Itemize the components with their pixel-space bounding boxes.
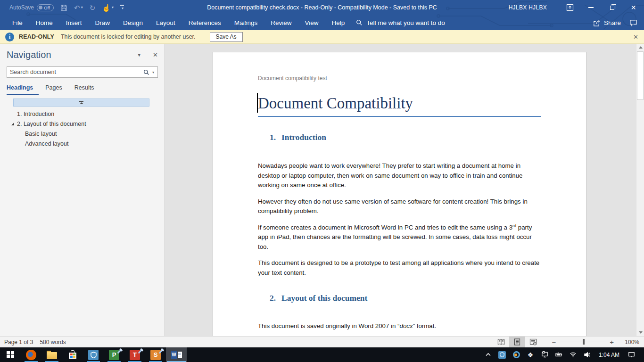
- nav-heading-introduction[interactable]: 1. Introduction: [0, 109, 165, 119]
- paragraph-4[interactable]: This document is designed to be a protot…: [258, 258, 541, 278]
- comments-button[interactable]: [629, 19, 637, 27]
- scrollbar-thumb[interactable]: [637, 51, 644, 100]
- nav-search-box[interactable]: ▾: [7, 66, 158, 78]
- tray-network[interactable]: [566, 347, 580, 362]
- word-count[interactable]: 580 words: [40, 339, 66, 346]
- user-name[interactable]: HJLBX HJLBX: [509, 4, 547, 11]
- undo-caret-icon[interactable]: ▾: [81, 6, 83, 9]
- zoom-in-button[interactable]: +: [606, 338, 618, 346]
- save-icon[interactable]: [60, 4, 67, 11]
- nav-tab-pages[interactable]: Pages: [45, 84, 67, 95]
- autosave-toggle[interactable]: AutoSave Off: [9, 4, 54, 11]
- paragraph-3[interactable]: If someone creates a document in Microso…: [258, 223, 541, 252]
- web-layout-button[interactable]: [525, 337, 541, 347]
- green-p-app-icon: P: [109, 350, 119, 360]
- word-icon: W: [171, 351, 182, 359]
- paragraph-1[interactable]: Nowadays people want to work everywhere!…: [258, 161, 541, 190]
- start-button[interactable]: [0, 347, 21, 362]
- ribbon-tab-view[interactable]: View: [298, 16, 325, 30]
- pane-options-caret-icon[interactable]: ▼: [137, 52, 141, 58]
- heading-layout[interactable]: 2.Layout of this document: [258, 293, 541, 303]
- taskbar-item-green-p-app[interactable]: P: [104, 347, 124, 362]
- touch-mouse-mode-button[interactable]: ☝▾: [102, 4, 114, 11]
- page-header-text[interactable]: Document compatibility test: [258, 75, 541, 82]
- taskbar-item-orange-s-app[interactable]: S: [145, 347, 166, 362]
- page-indicator[interactable]: Page 1 of 3: [4, 339, 33, 346]
- document-page[interactable]: Document compatibility test Document Com…: [213, 52, 586, 336]
- close-button[interactable]: ✕: [623, 0, 644, 15]
- ribbon-tab-insert[interactable]: Insert: [59, 16, 89, 30]
- tray-volume[interactable]: [580, 347, 594, 362]
- pane-close-button[interactable]: ✕: [153, 51, 158, 58]
- nav-tab-results[interactable]: Results: [74, 84, 100, 95]
- banner-close-button[interactable]: ✕: [633, 33, 638, 41]
- ribbon-tab-mailings[interactable]: Mailings: [228, 16, 264, 30]
- ribbon-tab-layout[interactable]: Layout: [149, 16, 182, 30]
- redo-button[interactable]: ↻: [90, 4, 96, 11]
- ribbon-tab-draw[interactable]: Draw: [89, 16, 117, 30]
- zoom-slider-thumb[interactable]: [583, 339, 585, 345]
- clock[interactable]: 1:04 AM: [594, 347, 624, 362]
- ribbon-tab-help[interactable]: Help: [325, 16, 352, 30]
- read-mode-icon: [497, 338, 505, 346]
- tray-shield-app[interactable]: [495, 347, 509, 362]
- nav-heading-advanced-layout[interactable]: Advanced layout: [0, 139, 165, 148]
- tray-dropbox[interactable]: ❖: [523, 347, 537, 362]
- tray-display-lock[interactable]: [537, 347, 552, 362]
- ribbon-tab-review[interactable]: Review: [264, 16, 298, 30]
- tell-me-box[interactable]: Tell me what you want to do: [356, 19, 445, 26]
- nav-tab-headings[interactable]: Headings: [7, 84, 39, 95]
- undo-button[interactable]: ↶▾: [74, 4, 83, 11]
- share-button[interactable]: Share: [593, 19, 621, 27]
- hidden-icons-chevron[interactable]: [481, 347, 495, 362]
- customize-quick-access-toolbar-button[interactable]: ▾: [120, 5, 124, 10]
- tray-battery[interactable]: [552, 347, 566, 362]
- taskbar-item-microsoft-store[interactable]: [62, 347, 83, 362]
- scroll-down-button[interactable]: [636, 329, 644, 336]
- red-t-app-icon: T: [130, 350, 140, 360]
- collapse-triangle-icon[interactable]: [11, 123, 14, 125]
- tell-me-label: Tell me what you want to do: [366, 19, 445, 26]
- taskbar-item-file-explorer[interactable]: [41, 347, 62, 362]
- paragraph-5[interactable]: This document is saved originally in Wor…: [258, 321, 541, 331]
- zoom-level[interactable]: 100%: [619, 339, 639, 346]
- autosave-pill[interactable]: Off: [37, 4, 54, 11]
- readonly-badge: READ-ONLY: [19, 33, 54, 40]
- scroll-up-button[interactable]: [636, 44, 644, 51]
- title-bar: AutoSave Off ↶▾ ↻ ☝▾ ▾ Document compatib…: [0, 0, 644, 15]
- read-mode-button[interactable]: [493, 337, 509, 347]
- ribbon-tab-file[interactable]: File: [6, 16, 29, 30]
- taskbar-item-shield-app[interactable]: [83, 347, 104, 362]
- search-input[interactable]: [7, 69, 143, 75]
- minimize-button[interactable]: [580, 0, 602, 15]
- restore-button[interactable]: [602, 0, 623, 15]
- close-icon: ✕: [631, 4, 636, 11]
- doc-title[interactable]: Document Compatibility: [258, 94, 541, 113]
- ribbon-tab-home[interactable]: Home: [29, 16, 59, 30]
- taskbar-item-word[interactable]: W: [166, 347, 187, 362]
- ribbon-tab-references[interactable]: References: [182, 16, 228, 30]
- ribbon-tab-design[interactable]: Design: [116, 16, 149, 30]
- taskbar-item-firefox[interactable]: [21, 347, 41, 362]
- print-layout-button[interactable]: [509, 337, 525, 347]
- action-center-button[interactable]: [624, 347, 638, 362]
- navigation-pane: Navigation ▼ ✕ ▾ Headings Pages Results …: [0, 44, 165, 336]
- scroll-up-icon: [639, 46, 643, 49]
- zoom-out-button[interactable]: −: [548, 338, 560, 346]
- heading-introduction[interactable]: 1.Introduction: [258, 132, 541, 142]
- paragraph-2[interactable]: However they often do not use same versi…: [258, 197, 541, 216]
- document-canvas: Document compatibility test Document Com…: [165, 44, 644, 336]
- nav-heading-layout[interactable]: 2. Layout of this document: [0, 119, 165, 129]
- nav-heading-basic-layout[interactable]: Basic layout: [0, 129, 165, 139]
- touch-mode-caret-icon[interactable]: ▾: [112, 6, 114, 9]
- taskbar-item-red-t-app[interactable]: T: [124, 347, 145, 362]
- vertical-scrollbar[interactable]: [636, 44, 644, 336]
- jump-to-beginning-row[interactable]: [13, 99, 149, 107]
- ribbon-display-options-button[interactable]: [559, 0, 580, 15]
- save-as-button[interactable]: Save As: [210, 32, 243, 42]
- search-options-caret-icon[interactable]: ▾: [152, 70, 154, 74]
- tray-updater-app[interactable]: [509, 347, 523, 362]
- doc-title-block[interactable]: Document Compatibility: [258, 94, 541, 117]
- zoom-slider[interactable]: [560, 342, 606, 343]
- nav-search-button[interactable]: ▾: [143, 69, 157, 75]
